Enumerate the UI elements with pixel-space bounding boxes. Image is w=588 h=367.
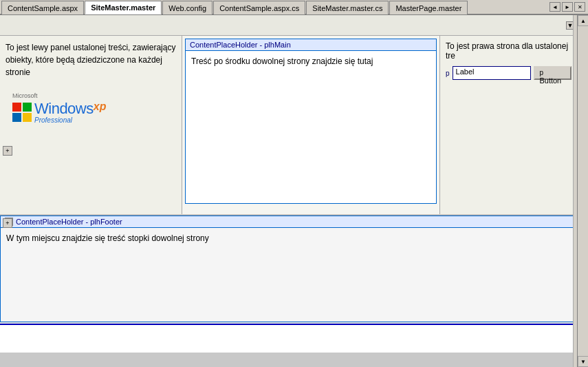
left-panel: To jest lewy panel ustalonej treści, zaw… [0,36,182,214]
left-panel-text: To jest lewy panel ustalonej treści, zaw… [6,41,176,78]
center-panel: ContentPlaceHolder - plhMain Treść po śr… [182,36,439,214]
vertical-scrollbar: ▲ ▼ [577,15,588,367]
tab-web-config[interactable]: Web.config [162,1,213,14]
tab-scroll-right-button[interactable]: ► [562,2,573,12]
svg-rect-1 [23,103,32,112]
center-placeholder-header: ContentPlaceHolder - plhMain [186,39,436,51]
center-placeholder-content: Treść po środku dowolnej strony znajdzie… [186,51,436,72]
label-control: Label [453,66,532,80]
windows-flag-icon [12,103,32,122]
windows-logo-container: Windowsxp Professional [12,101,176,124]
label-indicator: p [446,70,450,77]
three-column-layout: To jest lewy panel ustalonej treści, zaw… [0,36,577,215]
win-edition-text: Professional [34,116,106,124]
right-panel-text: To jest prawa strona dla ustalonej tre [446,41,571,61]
microsoft-text: Microsoft [12,92,176,99]
svg-rect-3 [23,113,32,122]
scroll-up-button[interactable]: ▲ [578,15,588,26]
tab-controls: ◄ ► ✕ [549,0,588,14]
win-xp-text: xp [94,101,107,112]
windows-logo: Microsoft [12,92,176,124]
left-panel-resize-handle[interactable]: + [3,146,12,156]
button-control[interactable]: p Button [534,66,571,80]
svg-rect-0 [12,103,21,112]
scroll-down-button[interactable]: ▼ [578,356,588,367]
tab-bar: ContentSample.aspx SiteMaster.master Web… [0,0,588,15]
tab-site-master[interactable]: SiteMaster.master [85,1,162,14]
button-indicator: p [539,69,543,76]
footer-placeholder-header: p ContentPlaceHolder - plhFooter [1,216,576,228]
footer-bottom-border [0,324,577,325]
tab-scroll-left-button[interactable]: ◄ [549,2,560,12]
footer-placeholder-content: W tym miejscu znajdzie się treść stopki … [1,228,576,249]
designer-area: ▼ To jest lewy panel ustalonej treści, z… [0,15,588,367]
tab-close-button[interactable]: ✕ [574,2,585,12]
windows-text-group: Windowsxp Professional [34,101,106,124]
footer-band: + p ContentPlaceHolder - plhFooter W tym… [0,215,577,325]
header-band: ▼ [0,15,577,36]
footer-content-placeholder: p ContentPlaceHolder - plhFooter W tym m… [0,216,577,322]
right-panel: To jest prawa strona dla ustalonej tre p… [439,36,577,214]
tab-content-sample-cs[interactable]: ContentSample.aspx.cs [213,1,305,14]
right-panel-controls: p Label p Button [446,66,571,80]
windows-name: Windowsxp [34,101,106,116]
scroll-track[interactable] [578,26,588,356]
tab-site-master-cs[interactable]: SiteMaster.master.cs [306,1,389,14]
tab-content-sample-aspx[interactable]: ContentSample.aspx [1,1,84,14]
page-container: ▼ To jest lewy panel ustalonej treści, z… [0,15,577,353]
page-wrapper: ▼ To jest lewy panel ustalonej treści, z… [0,15,577,367]
tab-master-page[interactable]: MasterPage.master [389,1,468,14]
mini-scrollbar [573,15,577,367]
svg-rect-2 [12,113,21,122]
center-content-placeholder: ContentPlaceHolder - plhMain Treść po śr… [185,39,437,204]
footer-resize-handle[interactable]: + [3,218,12,228]
